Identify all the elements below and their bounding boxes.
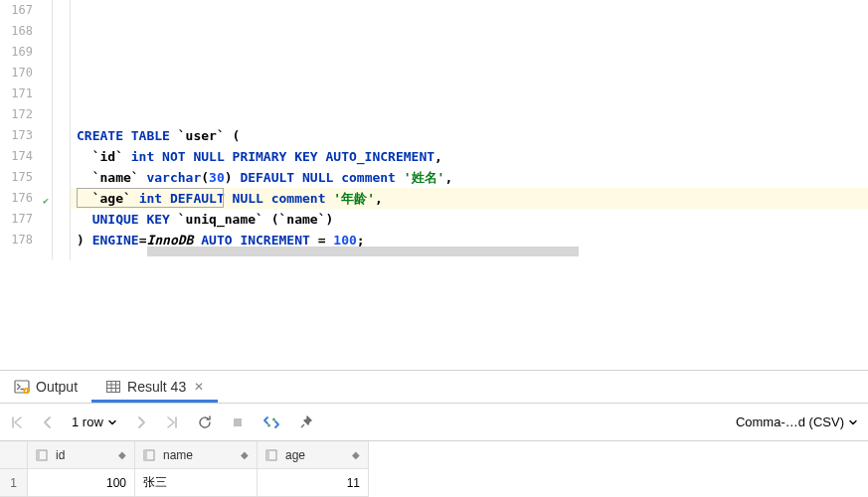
sort-icon[interactable]: ◆ <box>352 449 360 460</box>
svg-rect-7 <box>234 418 242 426</box>
prev-page-button[interactable] <box>42 415 54 429</box>
tab-output[interactable]: Output <box>0 371 91 403</box>
tab-result[interactable]: Result 43 ✕ <box>91 371 218 403</box>
column-header-age[interactable]: age ◆ <box>258 441 369 469</box>
stop-button[interactable] <box>231 415 245 429</box>
column-header-name[interactable]: name ◆ <box>135 441 258 469</box>
svg-point-9 <box>267 423 270 426</box>
svg-rect-15 <box>266 450 269 460</box>
row-header-corner[interactable] <box>0 441 28 469</box>
column-age-label: age <box>285 448 305 462</box>
table-icon <box>105 379 121 395</box>
column-icon <box>265 449 277 461</box>
gutter-margin <box>53 0 71 260</box>
code-editor[interactable]: 167168169170171172173174175176✔177178 CR… <box>0 0 868 260</box>
next-page-button[interactable] <box>135 415 147 429</box>
export-format-selector[interactable]: Comma-…d (CSV) <box>736 414 858 429</box>
console-icon <box>14 379 30 395</box>
export-format-label: Comma-…d (CSV) <box>736 414 844 429</box>
line-gutter: 167168169170171172173174175176✔177178 <box>0 0 53 260</box>
close-icon[interactable]: ✕ <box>194 380 204 394</box>
sort-icon[interactable]: ◆ <box>241 449 249 460</box>
tab-output-label: Output <box>36 379 78 395</box>
svg-rect-11 <box>37 450 40 460</box>
column-name-label: name <box>163 448 193 462</box>
chevron-down-icon <box>848 417 858 427</box>
row-count-label: 1 row <box>72 414 103 429</box>
grid-header-row: id ◆ name ◆ age ◆ <box>0 441 868 469</box>
editor-footer-spacer <box>0 260 868 370</box>
result-grid[interactable]: id ◆ name ◆ age ◆ 1 100 张三 11 <box>0 441 868 497</box>
row-number[interactable]: 1 <box>0 469 28 497</box>
column-id-label: id <box>56 448 65 462</box>
tab-result-label: Result 43 <box>127 379 186 395</box>
cell-name[interactable]: 张三 <box>135 469 258 497</box>
result-toolbar: 1 row Comma-…d (CSV) <box>0 404 868 441</box>
pin-button[interactable] <box>298 414 314 430</box>
chevron-down-icon <box>107 417 117 427</box>
cell-age[interactable]: 11 <box>258 469 369 497</box>
table-row[interactable]: 1 100 张三 11 <box>0 469 868 497</box>
result-tabs: Output Result 43 ✕ <box>0 370 868 404</box>
svg-point-8 <box>272 417 275 420</box>
code-area[interactable]: CREATE TABLE `user` ( `id` int NOT NULL … <box>71 0 868 260</box>
column-icon <box>143 449 155 461</box>
sort-icon[interactable]: ◆ <box>118 449 126 460</box>
svg-rect-2 <box>107 382 120 393</box>
row-count-selector[interactable]: 1 row <box>72 414 117 429</box>
svg-rect-13 <box>144 450 147 460</box>
column-header-id[interactable]: id ◆ <box>28 441 135 469</box>
compare-button[interactable] <box>262 414 280 430</box>
refresh-button[interactable] <box>197 414 213 430</box>
horizontal-scrollbar[interactable] <box>147 247 649 260</box>
last-page-button[interactable] <box>165 415 179 429</box>
column-icon <box>36 449 48 461</box>
cell-id[interactable]: 100 <box>28 469 135 497</box>
first-page-button[interactable] <box>10 415 24 429</box>
